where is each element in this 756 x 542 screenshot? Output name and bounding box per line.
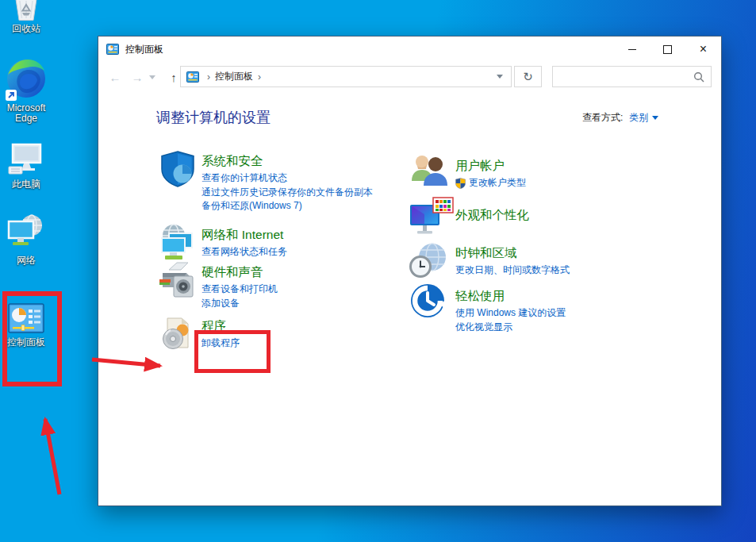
forward-icon[interactable]: →	[127, 62, 148, 92]
search-icon[interactable]	[693, 71, 704, 83]
search-input[interactable]	[553, 71, 693, 83]
this-pc-icon	[8, 142, 44, 177]
task-link[interactable]: 查看网络状态和任务	[201, 245, 439, 259]
link-uninstall-program[interactable]: 卸载程序	[201, 336, 439, 351]
task-link[interactable]: 添加设备	[201, 297, 439, 311]
control-panel-window: 控制面板 × ← → ↑ › 控制面板 › ↻	[98, 36, 722, 506]
desktop-icon-recycle-bin[interactable]: 回收站	[1, 0, 52, 34]
category-title-hardware-sound[interactable]: 硬件和声音	[201, 264, 439, 279]
clock-region-icon	[409, 240, 449, 280]
edge-icon	[6, 58, 47, 101]
appearance-personalization-icon	[409, 197, 454, 238]
security-shield-icon	[158, 149, 198, 189]
task-link[interactable]: 备份和还原(Windows 7)	[201, 199, 439, 213]
category-title-appearance-personalization[interactable]: 外观和个性化	[455, 207, 693, 222]
ease-of-access-icon	[409, 283, 446, 319]
category-user-accounts: 用户帐户 更改帐户类型	[455, 158, 693, 190]
breadcrumb-control-panel-icon	[186, 71, 199, 83]
control-panel-icon	[8, 303, 44, 335]
category-ease-of-access: 轻松使用 使用 Windows 建议的设置 优化视觉显示	[455, 288, 693, 334]
category-title-network-internet[interactable]: 网络和 Internet	[201, 227, 439, 242]
recent-pages-chevron-icon[interactable]	[149, 75, 155, 79]
user-accounts-icon	[409, 151, 449, 190]
caret-down-icon	[652, 116, 658, 120]
task-link[interactable]: 通过文件历史记录保存你的文件备份副本	[201, 186, 439, 200]
desktop-icon-network[interactable]: 网络	[1, 213, 52, 266]
desktop-icon-this-pc[interactable]: 此电脑	[1, 142, 52, 190]
close-button[interactable]: ×	[685, 37, 721, 62]
minimize-icon	[628, 49, 636, 50]
address-dropdown-chevron-icon[interactable]	[497, 75, 503, 79]
desktop-icon-label: 网络	[17, 256, 36, 266]
recycle-bin-icon	[10, 0, 42, 21]
category-programs: 程序 卸载程序	[201, 318, 439, 351]
category-system-security: 系统和安全 查看你的计算机状态 通过文件历史记录保存你的文件备份副本 备份和还原…	[201, 153, 439, 213]
category-title-clock-region[interactable]: 时钟和区域	[455, 245, 693, 260]
desktop-icon-label: 回收站	[12, 24, 40, 34]
desktop-icon-label: 此电脑	[12, 179, 40, 190]
view-by-dropdown[interactable]: 类别	[629, 111, 658, 125]
category-hardware-sound: 硬件和声音 查看设备和打印机 添加设备	[201, 264, 439, 310]
task-link[interactable]: 查看设备和打印机	[201, 283, 439, 297]
task-link[interactable]: 优化视觉显示	[455, 321, 693, 335]
desktop-icon-edge[interactable]: Microsoft Edge	[1, 58, 52, 124]
category-clock-region: 时钟和区域 更改日期、时间或数字格式	[455, 245, 693, 278]
network-internet-icon	[158, 223, 198, 263]
page-title: 调整计算机的设置	[156, 108, 271, 127]
refresh-button[interactable]: ↻	[514, 66, 542, 87]
search-box	[552, 66, 712, 87]
category-title-ease-of-access[interactable]: 轻松使用	[455, 288, 693, 303]
programs-icon	[158, 314, 198, 354]
control-panel-window-icon	[106, 43, 119, 56]
uac-shield-icon	[455, 178, 466, 189]
address-bar[interactable]: › 控制面板 ›	[180, 66, 512, 87]
maximize-icon	[663, 45, 672, 54]
category-title-user-accounts[interactable]: 用户帐户	[455, 158, 693, 173]
desktop-icon-label: 控制面板	[7, 337, 45, 348]
view-by-value[interactable]: 类别	[629, 111, 648, 125]
maximize-button[interactable]	[650, 37, 685, 62]
link-change-account-type[interactable]: 更改帐户类型	[455, 176, 693, 190]
category-title-system-security[interactable]: 系统和安全	[201, 153, 439, 168]
view-by-label: 查看方式:	[582, 111, 623, 125]
category-network-internet: 网络和 Internet 查看网络状态和任务	[201, 227, 439, 259]
task-link-label: 更改帐户类型	[469, 176, 526, 190]
breadcrumb-separator[interactable]: ›	[258, 71, 261, 83]
task-link[interactable]: 查看你的计算机状态	[201, 171, 439, 186]
back-icon[interactable]: ←	[105, 62, 125, 92]
breadcrumb-separator: ›	[207, 71, 210, 83]
arrow-to-control-panel-icon	[45, 419, 59, 494]
category-title-programs[interactable]: 程序	[201, 318, 439, 333]
hardware-sound-icon	[158, 260, 198, 300]
desktop-icon-control-panel[interactable]: 控制面板	[1, 303, 52, 348]
task-link[interactable]: 更改日期、时间或数字格式	[455, 263, 693, 278]
task-link[interactable]: 使用 Windows 建议的设置	[455, 306, 693, 321]
category-appearance-personalization: 外观和个性化	[455, 207, 693, 222]
navigation-bar: ← → ↑ › 控制面板 › ↻	[98, 62, 721, 93]
network-icon	[7, 213, 45, 253]
breadcrumb-root[interactable]: 控制面板	[215, 70, 253, 83]
window-title: 控制面板	[125, 37, 163, 62]
minimize-button[interactable]	[614, 37, 650, 62]
title-bar[interactable]: 控制面板 ×	[98, 37, 721, 62]
desktop-icon-label: Microsoft Edge	[1, 103, 52, 124]
